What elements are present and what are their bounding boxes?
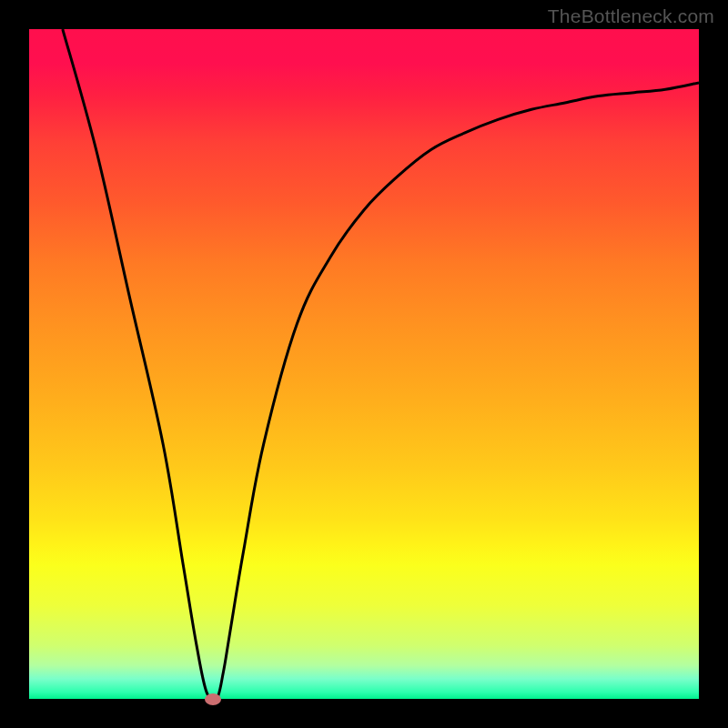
chart-container: TheBottleneck.com [0,0,728,728]
curve-svg [29,29,699,699]
plot-area [29,29,699,699]
attribution-text: TheBottleneck.com [548,5,714,27]
bottleneck-curve [63,29,699,699]
minimum-marker [205,693,221,705]
